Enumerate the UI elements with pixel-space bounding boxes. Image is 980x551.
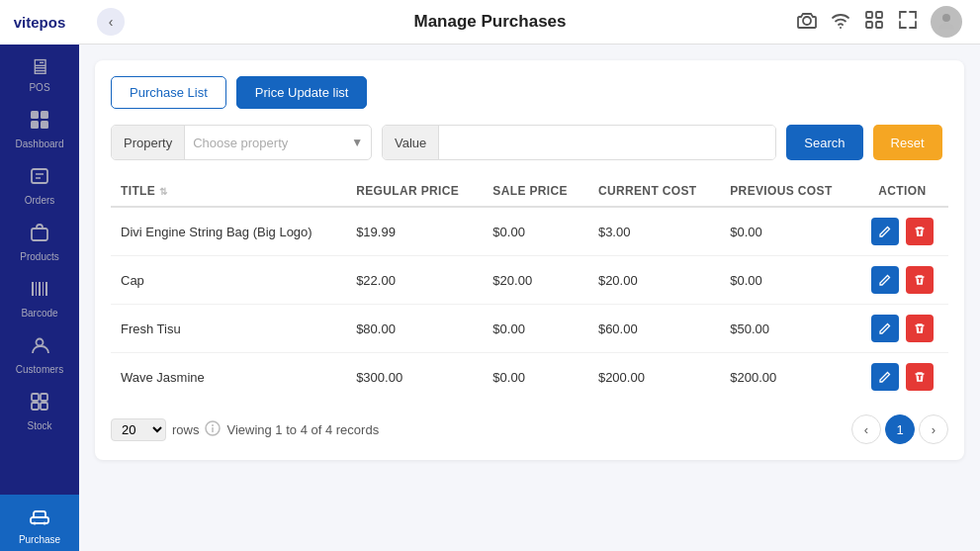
sidebar-item-label: Purchase <box>19 534 60 545</box>
value-label: Value <box>383 126 439 159</box>
topbar-icons <box>796 6 962 38</box>
cell-regular-price: $300.00 <box>346 353 483 402</box>
svg-rect-10 <box>39 282 41 296</box>
svg-rect-9 <box>36 282 37 296</box>
tab-price-update-list[interactable]: Price Update list <box>236 76 368 109</box>
topbar: ‹ Manage Purchases <box>79 0 980 45</box>
data-table: TITLE ⇅ REGULAR PRICE SALE PRICE CURRENT… <box>111 176 948 401</box>
property-filter-wrap: Property Choose property ▼ <box>111 125 372 160</box>
viewing-label: rows <box>172 422 199 437</box>
sidebar-item-pos[interactable]: 🖥 POS <box>0 45 79 99</box>
main-card: Purchase List Price Update list Property… <box>95 60 964 460</box>
tab-purchase-list[interactable]: Purchase List <box>111 76 226 109</box>
sidebar-item-dashboard[interactable]: Dashboard <box>0 99 79 155</box>
cell-title: Wave Jasmine <box>111 353 346 402</box>
sidebar-item-purchase[interactable]: Purchase <box>0 495 79 551</box>
prev-page-button[interactable]: ‹ <box>851 414 881 444</box>
svg-rect-4 <box>32 169 47 183</box>
svg-rect-0 <box>31 111 39 119</box>
sidebar-item-orders[interactable]: Orders <box>0 155 79 212</box>
svg-point-20 <box>44 522 46 525</box>
edit-button[interactable] <box>871 218 899 245</box>
table-row: Fresh Tisu $80.00 $0.00 $60.00 $50.00 <box>111 305 948 353</box>
topbar-left: ‹ <box>97 8 125 36</box>
camera-icon[interactable] <box>796 9 818 36</box>
next-page-button[interactable]: › <box>919 414 948 444</box>
col-action: ACTION <box>856 176 948 207</box>
svg-rect-8 <box>32 282 34 296</box>
sidebar-item-products[interactable]: Products <box>0 212 79 268</box>
svg-rect-7 <box>32 229 47 240</box>
stock-icon <box>29 391 50 418</box>
wifi-icon[interactable] <box>830 9 851 36</box>
search-button[interactable]: Search <box>786 125 862 160</box>
col-previous-cost: PREVIOUS COST <box>720 176 856 207</box>
svg-point-13 <box>37 339 44 346</box>
delete-button[interactable] <box>906 218 934 245</box>
tabs-bar: Purchase List Price Update list <box>111 76 948 109</box>
svg-rect-12 <box>45 282 47 296</box>
barcode-icon <box>29 278 50 306</box>
reset-button[interactable]: Reset <box>873 125 942 160</box>
sidebar: vitepos 🖥 POS Dashboard Orders Products <box>0 0 79 551</box>
grid-icon[interactable] <box>863 9 885 36</box>
cell-current-cost: $20.00 <box>588 256 720 305</box>
products-icon <box>29 222 50 249</box>
edit-button[interactable] <box>871 266 899 294</box>
cell-previous-cost: $0.00 <box>720 256 856 305</box>
orders-icon <box>29 165 50 193</box>
sidebar-item-barcode[interactable]: Barcode <box>0 268 79 324</box>
svg-point-30 <box>212 424 214 426</box>
sidebar-item-label: Orders <box>25 195 55 206</box>
cell-action <box>856 353 948 402</box>
svg-rect-17 <box>41 403 47 410</box>
svg-rect-16 <box>32 403 39 410</box>
avatar[interactable] <box>931 6 962 38</box>
back-button[interactable]: ‹ <box>97 8 125 36</box>
svg-rect-15 <box>41 394 47 401</box>
table-header-row: TITLE ⇅ REGULAR PRICE SALE PRICE CURRENT… <box>111 176 948 207</box>
cell-title: Fresh Tisu <box>111 305 346 353</box>
rows-info: 20 50 100 rows Viewing 1 to 4 of 4 recor… <box>111 418 379 441</box>
sidebar-item-stock[interactable]: Stock <box>0 381 79 437</box>
logo-text: vitepos <box>14 14 66 31</box>
sidebar-item-customers[interactable]: Customers <box>0 324 79 381</box>
cell-current-cost: $3.00 <box>588 207 720 256</box>
property-select[interactable]: Choose property <box>185 126 343 159</box>
sidebar-logo: vitepos <box>0 0 79 45</box>
cell-previous-cost: $50.00 <box>720 305 856 353</box>
page-title: Manage Purchases <box>413 12 566 32</box>
cell-title: Cap <box>111 256 346 305</box>
pagination: ‹ 1 › <box>851 414 948 444</box>
delete-button[interactable] <box>906 315 934 342</box>
svg-point-21 <box>803 17 811 25</box>
cell-previous-cost: $200.00 <box>720 353 856 402</box>
cell-regular-price: $80.00 <box>346 305 483 353</box>
cell-sale-price: $0.00 <box>483 353 588 402</box>
expand-icon[interactable] <box>897 9 919 36</box>
rows-per-page-select[interactable]: 20 50 100 <box>111 418 166 441</box>
edit-button[interactable] <box>871 363 899 391</box>
cell-action <box>856 256 948 305</box>
pos-icon: 🖥 <box>29 54 50 80</box>
svg-rect-18 <box>31 517 48 523</box>
filter-row: Property Choose property ▼ Value Search … <box>111 125 948 160</box>
page-1-button[interactable]: 1 <box>885 414 915 444</box>
svg-point-27 <box>942 14 950 22</box>
delete-button[interactable] <box>906 363 934 391</box>
delete-button[interactable] <box>906 266 934 294</box>
cell-regular-price: $22.00 <box>346 256 483 305</box>
table-row: Wave Jasmine $300.00 $0.00 $200.00 $200.… <box>111 353 948 402</box>
value-input[interactable] <box>439 126 775 159</box>
cell-sale-price: $0.00 <box>483 207 588 256</box>
sidebar-item-label: Dashboard <box>16 138 64 149</box>
svg-rect-11 <box>43 282 44 296</box>
cell-sale-price: $20.00 <box>483 256 588 305</box>
edit-button[interactable] <box>871 315 899 342</box>
sort-icon: ⇅ <box>159 186 167 197</box>
sidebar-item-label: Customers <box>16 364 63 375</box>
cell-regular-price: $19.99 <box>346 207 483 256</box>
svg-rect-14 <box>32 394 39 401</box>
svg-point-19 <box>34 522 37 525</box>
svg-point-22 <box>840 27 842 29</box>
